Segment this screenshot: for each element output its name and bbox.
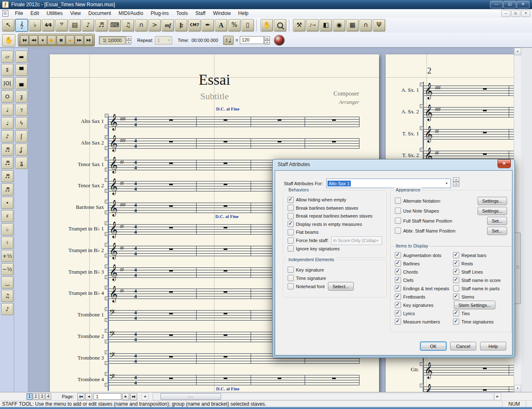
menu-window[interactable]: Window: [209, 10, 234, 17]
selection-handle[interactable]: [105, 221, 108, 225]
checkbox[interactable]: [395, 260, 401, 267]
score-arranger[interactable]: Arranger: [339, 99, 359, 105]
selection-handle[interactable]: [105, 296, 108, 300]
selection-handle[interactable]: [105, 340, 108, 343]
appearance-button-use-note-shapes[interactable]: Settings...: [478, 207, 507, 215]
checkbox[interactable]: [395, 218, 401, 224]
toolbar-time-signature-tool[interactable]: 4⁄4: [42, 19, 54, 32]
force-hide-staff-select[interactable]: in Score Only (Collap▼: [331, 236, 382, 245]
checkbox[interactable]: [288, 267, 294, 273]
staff-name-label[interactable]: Trumpet in B♭ 2: [50, 247, 104, 254]
palette-lower-half-step[interactable]: −½: [1, 263, 13, 275]
window-button-minimize[interactable]: —: [490, 1, 503, 8]
checkbox[interactable]: [453, 252, 459, 258]
palette-raise-half-step[interactable]: +½: [1, 250, 13, 262]
palette-tie[interactable]: ‿: [1, 277, 13, 289]
selection-handle[interactable]: [105, 189, 108, 193]
staff-name-label[interactable]: Trombone 2: [50, 333, 104, 340]
selection-handle[interactable]: [105, 372, 108, 376]
toolbar-simple-entry-tool[interactable]: ♪: [82, 19, 94, 32]
page-chip-4[interactable]: 4: [45, 393, 51, 400]
menu-utilities[interactable]: Utilities: [43, 10, 66, 17]
document-icon[interactable]: [2, 10, 8, 17]
nav-first-page[interactable]: ▮◀: [77, 393, 84, 400]
selection-handle[interactable]: [105, 383, 108, 387]
menu-midi-audio[interactable]: MIDI/Audio: [115, 10, 147, 17]
toolbar-page-layout-tool[interactable]: ▯: [241, 19, 254, 32]
palette-sixty-fourth-rest[interactable]: ʆ: [15, 144, 27, 156]
palette-half-rest[interactable]: ▄: [15, 77, 27, 89]
menu-edit[interactable]: Edit: [27, 10, 43, 17]
dialog-close-button[interactable]: ✕: [498, 159, 511, 168]
scroll-left-icon[interactable]: ◀: [141, 393, 148, 400]
toolbar-hand-grabber-tool[interactable]: ✋: [261, 19, 273, 32]
selection-handle[interactable]: [105, 178, 108, 182]
selection-handle[interactable]: [105, 146, 108, 150]
selection-handle[interactable]: [105, 275, 108, 279]
palette-double-whole-rest[interactable]: ▬: [15, 51, 27, 63]
transport-play[interactable]: ▶: [47, 35, 56, 45]
select-button[interactable]: Select...: [328, 282, 354, 291]
checkbox[interactable]: [453, 310, 459, 316]
page-chip-1[interactable]: 1: [27, 393, 32, 400]
checkbox[interactable]: [288, 245, 294, 252]
transport-goto-start[interactable]: ▮◀: [20, 35, 29, 45]
toolbar-hammer-tool[interactable]: ⚒: [293, 19, 305, 32]
selection-handle[interactable]: [420, 362, 424, 366]
toolbar-selection-tool[interactable]: ↖: [2, 19, 15, 32]
staff-name-label[interactable]: Tenor Sax 2: [50, 182, 104, 189]
toolbar-smart-shape-tool[interactable]: ∩: [135, 19, 148, 32]
appearance-button-abbr-staff-name-position[interactable]: Set...: [487, 227, 507, 235]
selection-handle[interactable]: [420, 148, 424, 152]
palette-repitch[interactable]: ⇕: [1, 64, 13, 76]
toolbar-staff-tool[interactable]: 𝄞: [15, 19, 28, 32]
toolbar-tuplet-tool[interactable]: ♫: [122, 19, 134, 32]
palette-grace-note[interactable]: ♪: [1, 303, 13, 315]
horizontal-scrollbar[interactable]: [153, 393, 494, 400]
palette-tuplet[interactable]: ♫: [1, 290, 13, 302]
staff-name-label[interactable]: Trombone 4: [50, 376, 104, 383]
staff-a-sx-2[interactable]: A. Sx. 2 𝄞 ♯♯♯: [424, 107, 514, 118]
staff-name-label[interactable]: Alto Sax 2: [50, 140, 104, 146]
score-subtitle[interactable]: Subtitle: [50, 91, 379, 102]
staff-name-label[interactable]: T. Sx. 2: [365, 152, 419, 159]
toolbar-articulation-tool[interactable]: >: [148, 19, 161, 32]
staff-name-label[interactable]: T. Sx. 1: [365, 130, 419, 137]
staff-trombone-4[interactable]: Trombone 4 𝄢 44: [109, 375, 360, 385]
transport-pause[interactable]: ▮▮: [57, 35, 65, 45]
staff-name-label[interactable]: Baritone Sax: [50, 204, 104, 211]
palette-whole-note[interactable]: O: [1, 91, 13, 103]
selection-handle[interactable]: [105, 168, 108, 171]
toolbar-score-manager-tool[interactable]: ▦: [346, 19, 359, 32]
score-title[interactable]: Essai: [50, 71, 379, 88]
hand-tool-button[interactable]: ✋: [2, 34, 15, 47]
menu-view[interactable]: View: [66, 10, 85, 17]
selection-handle[interactable]: [105, 286, 108, 289]
staff-name-label[interactable]: A. Sx. 1: [365, 87, 419, 93]
toolbar-mixer-tool[interactable]: ◉: [333, 19, 345, 32]
staff-attributes-for-select[interactable]: Alto Sax 1 ▼: [326, 179, 451, 188]
selection-handle[interactable]: [105, 361, 108, 365]
page-number-input[interactable]: 1: [94, 393, 121, 400]
window-button-close[interactable]: ✕: [517, 1, 530, 8]
staff-name-label[interactable]: Gtr.: [365, 366, 419, 373]
toolbar-measure-tool[interactable]: ▤: [69, 19, 81, 32]
menu-document[interactable]: Document: [85, 10, 115, 17]
staff-name-label[interactable]: Tenor Sax 1: [50, 161, 104, 168]
stem-settings-button[interactable]: Stem Settings...: [454, 301, 495, 309]
palette-augmentation-dot[interactable]: •: [1, 197, 13, 209]
checkbox[interactable]: [453, 294, 459, 300]
horizontal-scroll-thumb[interactable]: [160, 393, 221, 400]
ok-button[interactable]: OK: [420, 342, 446, 350]
staff-name-label[interactable]: Trombone 1: [50, 311, 104, 318]
staff-a-sx-1[interactable]: A. Sx. 1 𝄞 ♯♯♯: [424, 86, 514, 96]
toolbar-graphics-tool[interactable]: ◧: [320, 19, 332, 32]
staff-alto-sax-1[interactable]: Alto Sax 1 𝄞 ♯♯♯ 44: [109, 117, 360, 127]
toolbar-expression-tool[interactable]: mf: [162, 19, 174, 32]
palette-hundred-twenty-eighth-rest[interactable]: ʓ: [15, 157, 27, 169]
dc-al-fine-text[interactable]: D.C. al Fine: [215, 214, 239, 219]
palette-quarter-rest[interactable]: ƺ: [15, 91, 27, 103]
transport-goto-end[interactable]: ▶▮: [84, 35, 93, 45]
scroll-up-icon[interactable]: ▲: [514, 48, 521, 55]
toolbar-repeat-tool[interactable]: ‖:: [175, 19, 187, 32]
